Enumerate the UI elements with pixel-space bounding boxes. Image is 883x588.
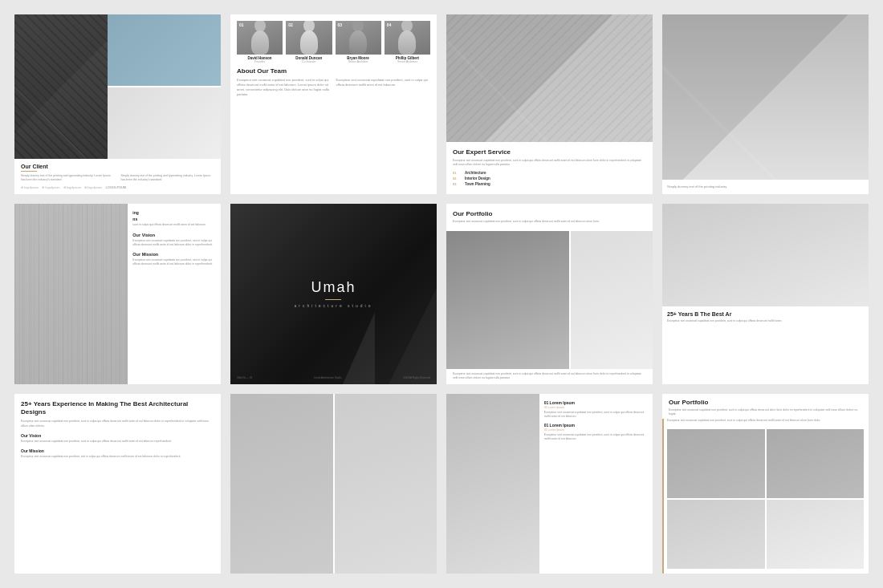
lorem-item-1: 01 Lorem Ipsum 01 Lorem Ipsum Excepteur … — [544, 400, 648, 420]
vision-title: Our Vision — [132, 233, 216, 237]
mission-body: Excepteur sint occaecat cupidatat non pr… — [132, 258, 216, 267]
slide-two-photos — [230, 394, 437, 574]
portfolio-img-3 — [667, 500, 765, 569]
experience-title: 25+ Years Experience In Making The Best … — [21, 400, 214, 417]
logo-5: LOGOLPSUM — [105, 185, 126, 189]
member-2-number: 02 — [288, 22, 293, 27]
member-2-photo: 02 — [286, 21, 332, 55]
service-item-1: 01 Architecture — [453, 171, 646, 175]
footer-rights: 2024 All Rights Reserved — [403, 376, 430, 379]
slide-25years-full: 25+ Years Experience In Making The Best … — [14, 394, 221, 574]
vision-section-full: Our Vision Excepteur sint occaecat cupid… — [21, 433, 214, 444]
portfolio-grid-header: Our Portfolio Excepteur sint occaecat cu… — [662, 394, 869, 420]
team-members: 01 David Hanson Founder 02 Donald Duncan… — [237, 21, 430, 63]
lorem-content: 01 Lorem Ipsum 01 Lorem Ipsum Excepteur … — [539, 394, 653, 574]
member-1: 01 David Hanson Founder — [237, 21, 283, 63]
client-desc1: Simply dummy text of the printing and ty… — [21, 174, 115, 183]
slide-arch-right: Simply dummy text of the printing indust… — [662, 14, 869, 194]
vision-title-full: Our Vision — [21, 433, 214, 438]
service-num-3: 03 — [453, 182, 462, 186]
member-2: 02 Donald Duncan Co-founder — [286, 21, 332, 63]
logo-3: ⊕ logolpsum — [63, 185, 81, 189]
umah-content: Umah architecture studio — [295, 279, 373, 308]
portfolio-img-1 — [667, 429, 765, 498]
arch-image — [662, 14, 869, 180]
about-col-2: Excepteur sint occaecat cupidatat non pr… — [336, 78, 431, 97]
client-desc2: Simply dummy text of the printing and ty… — [121, 174, 215, 183]
logo-4: ⊕ logolpsum — [84, 185, 102, 189]
portfolio-header: Our Portfolio Excepteur sint occaecat cu… — [446, 204, 653, 230]
service-title: Our Expert Service — [453, 148, 646, 156]
member-3: 03 Bryan Moore Senior Architect — [336, 21, 381, 63]
service-image — [446, 14, 653, 142]
about-content: Excepteur sint occaecat cupidatat non pr… — [237, 78, 430, 97]
umah-accent-bar — [325, 299, 341, 300]
lorem-image — [446, 394, 539, 574]
member-4-photo: 04 — [385, 21, 430, 55]
client-logos: ⊕ logolpsum ⊕ logolpsum ⊕ logolpsum ⊕ lo… — [21, 185, 214, 189]
member-4-number: 04 — [387, 22, 392, 27]
member-3-photo: 03 — [336, 21, 381, 55]
member-2-title: Co-founder — [302, 60, 316, 63]
curved-arch-image — [14, 204, 128, 383]
slide-images-top — [14, 14, 221, 159]
slide-about-team: 01 David Hanson Founder 02 Donald Duncan… — [230, 14, 437, 194]
vision-section: Our Vision Excepteur sint occaecat cupid… — [132, 233, 216, 248]
lorem-item-1-sub: 01 Lorem Ipsum — [544, 406, 648, 409]
partial-title: ing ns sunt in culpa qui officia deserun… — [132, 210, 216, 227]
slide-umah-title: Umah architecture studio Slide No — 01 U… — [230, 204, 437, 383]
tall-architecture-image — [14, 14, 108, 159]
member-1-photo: 01 — [237, 21, 283, 55]
accent-bar — [662, 419, 664, 574]
years-text: 25+ Years B The Best Ar Excepteur sint o… — [662, 306, 869, 384]
lorem-item-1-body: Excepteur sint occaecat cupidatat non pr… — [544, 411, 648, 420]
member-3-body — [349, 30, 367, 55]
logo-2: ⊕ logolpsum — [42, 185, 59, 189]
arch-image-top — [108, 14, 221, 86]
lorem-item-2-title: 01 Lorem Ipsum — [544, 423, 648, 428]
our-client-title: Our Client — [21, 164, 214, 169]
service-item-2: 02 Interior Design — [453, 176, 646, 180]
member-2-body — [300, 30, 318, 55]
slide-lorem-list: 01 Lorem Ipsum 01 Lorem Ipsum Excepteur … — [446, 394, 653, 574]
mission-section-full: Our Mission Excepteur sint occaecat cupi… — [21, 448, 214, 459]
slide-portfolio-grid: Our Portfolio Excepteur sint occaecat cu… — [662, 394, 869, 574]
service-num-2: 02 — [453, 176, 462, 180]
title-underline — [21, 171, 37, 172]
arch-image-bottom — [108, 87, 221, 159]
mission-title-full: Our Mission — [21, 448, 214, 453]
portfolio-image-grid — [662, 428, 869, 574]
lorem-item-2-sub: 01 Lorem Ipsum — [544, 428, 648, 432]
lorem-item-2: 01 Lorem Ipsum 01 Lorem Ipsum Excepteur … — [544, 423, 648, 442]
member-3-number: 03 — [338, 22, 343, 27]
service-desc: Excepteur sint occaecat cupidatat non pr… — [453, 159, 646, 168]
portfolio-img-4 — [767, 500, 865, 569]
portfolio-title: Our Portfolio — [453, 210, 646, 217]
umah-subtitle: architecture studio — [295, 303, 373, 308]
photo-1 — [230, 394, 333, 574]
umah-footer: Slide No — 01 Umah Architecture Studio 2… — [237, 376, 430, 379]
years-title: 25+ Years B The Best Ar — [667, 311, 864, 317]
service-name-2: Interior Design — [465, 176, 490, 180]
portfolio-main-image — [446, 231, 569, 370]
vision-mission-text: ing ns sunt in culpa qui officia deserun… — [128, 204, 221, 383]
slide-our-client: Our Client Simply dummy text of the prin… — [14, 14, 221, 194]
service-name-3: Town Planning — [465, 182, 490, 186]
slide-portfolio: Our Portfolio Excepteur sint occaecat cu… — [446, 204, 653, 383]
portfolio-grid-desc2: Excepteur sint occaecat cupidatat non pr… — [662, 419, 869, 428]
service-item-3: 03 Town Planning — [453, 182, 646, 186]
member-4-body — [398, 30, 416, 55]
member-3-title: Senior Architect — [348, 60, 368, 63]
lorem-item-2-body: Excepteur sint occaecat cupidatat non pr… — [544, 433, 648, 442]
presentation-grid: Our Client Simply dummy text of the prin… — [0, 0, 883, 588]
years-desc: Excepteur sint occaecat cupidatat non pr… — [667, 319, 864, 323]
portfolio-desc2: Excepteur sint occaecat cupidatat non pr… — [446, 369, 653, 384]
portfolio-img-2 — [767, 429, 865, 498]
member-1-number: 01 — [239, 22, 244, 27]
years-image — [662, 204, 869, 306]
portfolio-grid-body: Excepteur sint occaecat cupidatat non pr… — [662, 419, 869, 574]
slide-25years-partial: 25+ Years B The Best Ar Excepteur sint o… — [662, 204, 869, 383]
portfolio-images — [446, 231, 653, 370]
photo-2 — [335, 394, 437, 574]
service-num-1: 01 — [453, 171, 462, 175]
